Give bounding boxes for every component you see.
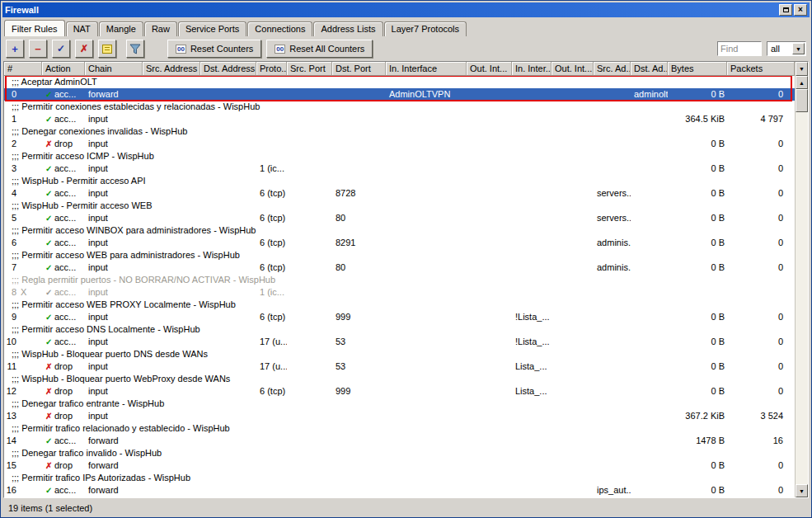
column-header[interactable]: Src. Port xyxy=(287,62,332,76)
rule-row[interactable]: 15✗dropforward0 B0 xyxy=(4,459,795,472)
comment-row[interactable]: ;;; WispHub - Bloquear puerto WebProxy d… xyxy=(4,373,795,385)
rule-row[interactable]: 6✓acc...input6 (tcp)8291adminis...0 B0 xyxy=(4,237,795,249)
maximize-button[interactable] xyxy=(779,4,792,16)
rule-row[interactable]: 10✓acc...input17 (u...53!Lista_...0 B0 xyxy=(4,336,795,348)
drop-icon: ✗ xyxy=(45,459,54,472)
comment-row[interactable]: ;;; Denegar trafico invalido - WispHub xyxy=(4,447,795,459)
rule-row[interactable]: 3✓acc...input1 (ic...0 B0 xyxy=(4,162,795,175)
column-header[interactable]: Packets xyxy=(727,62,795,76)
cell-protocol xyxy=(256,410,287,422)
cell-chain: input xyxy=(85,385,143,398)
title-bar[interactable]: Firewall × xyxy=(2,2,810,17)
column-header[interactable]: Chain xyxy=(85,62,143,76)
tab-raw[interactable]: Raw xyxy=(144,21,177,36)
tab-filter-rules[interactable]: Filter Rules xyxy=(4,20,65,36)
cell-in-interface-list xyxy=(512,435,552,447)
comment-row[interactable]: ;;; Permitir conexiones establecidas y r… xyxy=(4,101,795,113)
action-label: acc... xyxy=(54,238,76,247)
vertical-scrollbar[interactable]: ▼ ▲ ▼ xyxy=(795,62,808,497)
scroll-down-button[interactable]: ▼ xyxy=(796,484,808,497)
column-header[interactable]: # xyxy=(4,62,42,76)
scroll-up-button[interactable]: ▲ xyxy=(796,76,808,89)
rule-row[interactable]: 12✗dropinput6 (tcp)999Lista_...0 B0 xyxy=(4,385,795,398)
column-header[interactable]: Dst. Port xyxy=(332,62,386,76)
rule-row[interactable]: 4✓acc...input6 (tcp)8728servers...0 B0 xyxy=(4,187,795,200)
comment-row[interactable]: ;;; Permitir acceso WEB para administrad… xyxy=(4,249,795,261)
column-header[interactable]: Src. Ad... xyxy=(594,62,631,76)
comment-row[interactable]: ;;; Permitir acceso WINBOX para administ… xyxy=(4,224,795,237)
rule-row[interactable]: 16✓acc...forwardips_aut...0 B0 xyxy=(4,484,795,497)
column-header[interactable]: Out. Int... xyxy=(552,62,594,76)
column-options-button[interactable]: ▼ xyxy=(796,62,808,76)
cell-protocol: 17 (u... xyxy=(256,336,287,348)
comment-row[interactable]: ;;; Aceptar AdminOLT xyxy=(4,76,795,88)
cell-out-interface-list xyxy=(552,484,594,497)
cell-src-address xyxy=(143,484,200,497)
comment-row[interactable]: ;;; Permitir trafico relacionado y estab… xyxy=(4,422,795,435)
column-header[interactable]: Dst. Ad... xyxy=(631,62,668,76)
comment-row[interactable]: ;;; Permitir acceso WEB PROXY Localmente… xyxy=(4,299,795,311)
action-cell: ✗drop xyxy=(42,410,85,422)
tab-layer7-protocols[interactable]: Layer7 Protocols xyxy=(384,21,467,36)
tab-address-lists[interactable]: Address Lists xyxy=(313,21,383,36)
disable-rule-button[interactable]: ✗ xyxy=(75,40,93,58)
comment-row[interactable]: ;;; WispHub - Bloquear puerto DNS desde … xyxy=(4,348,795,360)
rule-row[interactable]: 1✓acc...input364.5 KiB4 797 xyxy=(4,113,795,125)
tab-connections[interactable]: Connections xyxy=(247,21,312,36)
action-label: acc... xyxy=(54,312,76,322)
tab-service-ports[interactable]: Service Ports xyxy=(178,21,246,36)
column-header[interactable]: Bytes xyxy=(668,62,727,76)
cell-chain: input xyxy=(85,311,143,323)
tab-nat[interactable]: NAT xyxy=(66,21,98,36)
funnel-icon xyxy=(129,44,141,54)
cell-dst-port xyxy=(332,435,386,447)
comment-row[interactable]: ;;; Denegar conexiones invalidas - WispH… xyxy=(4,125,795,138)
rule-row[interactable]: 9✓acc...input6 (tcp)999!Lista_...0 B0 xyxy=(4,311,795,323)
rule-number: 3 xyxy=(4,162,42,175)
column-header[interactable]: In. Inter... xyxy=(512,62,552,76)
cell-src-port xyxy=(287,484,332,497)
cell-packets: 0 xyxy=(727,237,795,249)
tab-mangle[interactable]: Mangle xyxy=(99,21,143,36)
table-body: ;;; Aceptar AdminOLT0✓acc...forwardAdmin… xyxy=(4,76,795,497)
column-header[interactable]: Out. Int... xyxy=(467,62,512,76)
scrollbar-track[interactable] xyxy=(796,112,808,484)
close-button[interactable]: × xyxy=(794,4,807,16)
column-header[interactable]: Src. Address xyxy=(143,62,200,76)
enable-rule-button[interactable]: ✓ xyxy=(52,40,70,58)
comment-row[interactable]: ;;; WispHub - Permitir acceso WEB xyxy=(4,200,795,212)
action-cell: ✓acc... xyxy=(42,187,85,200)
reset-all-counters-button[interactable]: 00 Reset All Counters xyxy=(266,40,373,58)
comment-row[interactable]: ;;; Permitir acceso DNS Localmente - Wis… xyxy=(4,323,795,336)
rule-row[interactable]: 2✗dropinput0 B0 xyxy=(4,138,795,150)
add-rule-button[interactable]: + xyxy=(6,40,24,58)
comment-button[interactable] xyxy=(98,40,116,58)
reset-counters-button[interactable]: 00 Reset Counters xyxy=(167,40,261,58)
cell-src-address-list xyxy=(594,410,631,422)
filter-button[interactable] xyxy=(126,40,144,58)
rule-row[interactable]: 8X✓acc...input1 (ic... xyxy=(4,286,795,299)
column-header[interactable]: Action xyxy=(42,62,85,76)
cell-packets: 0 xyxy=(727,187,795,200)
scrollbar-thumb[interactable] xyxy=(796,89,808,112)
find-input[interactable] xyxy=(717,41,762,56)
rule-row[interactable]: 13✗dropinput367.2 KiB3 524 xyxy=(4,410,795,422)
rule-row[interactable]: 7✓acc...input6 (tcp)80adminis...0 B0 xyxy=(4,261,795,274)
cell-dst-address xyxy=(200,311,256,323)
action-cell: ✓acc... xyxy=(42,113,85,125)
column-header[interactable]: In. Interface xyxy=(386,62,467,76)
comment-row[interactable]: ;;; Regla permitir puertos - NO BORRAR/N… xyxy=(4,274,795,286)
column-header[interactable]: Proto... xyxy=(256,62,287,76)
column-header[interactable]: Dst. Address xyxy=(200,62,256,76)
comment-row[interactable]: ;;; Permitir acceso ICMP - WispHub xyxy=(4,150,795,162)
filter-scope-select[interactable]: all ▼ xyxy=(767,41,806,56)
comment-row[interactable]: ;;; WispHub - Permitir acceso API xyxy=(4,175,795,187)
rule-row[interactable]: 5✓acc...input6 (tcp)80servers...0 B0 xyxy=(4,212,795,224)
rule-row[interactable]: 11✗dropinput17 (u...53Lista_...0 B0 xyxy=(4,360,795,373)
comment-row[interactable]: ;;; Permitir trafico IPs Autorizadas - W… xyxy=(4,472,795,484)
rule-row[interactable]: 14✓acc...forward1478 B16 xyxy=(4,435,795,447)
cell-in-interface xyxy=(386,311,467,323)
remove-rule-button[interactable]: − xyxy=(29,40,47,58)
comment-row[interactable]: ;;; Denegar trafico entrante - WispHub xyxy=(4,398,795,410)
rule-row[interactable]: 0✓acc...forwardAdminOLTVPNadminolt0 B0 xyxy=(4,88,795,101)
